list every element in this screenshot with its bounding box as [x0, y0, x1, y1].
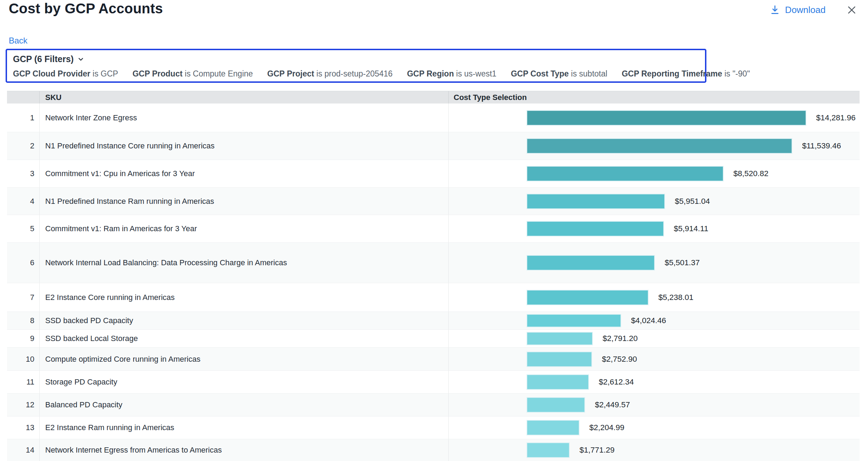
cost-bar[interactable]	[527, 332, 593, 345]
table-row[interactable]: 8SSD backed PD Capacity$4,024.46	[7, 312, 860, 329]
cost-chart-cell: $14,281.96	[448, 103, 860, 132]
filter-chip[interactable]: GCP Cost Type is subtotal	[511, 69, 607, 79]
title-actions: Download	[770, 4, 857, 16]
download-button[interactable]: Download	[770, 5, 826, 15]
sku-label: SSD backed PD Capacity	[39, 312, 448, 329]
cost-value: $5,951.04	[675, 197, 710, 206]
cost-chart-cell: $2,449.57	[448, 394, 860, 416]
table-row[interactable]: 13E2 Instance Ram running in Americas$2,…	[7, 416, 860, 439]
close-button[interactable]	[846, 4, 857, 16]
table-row[interactable]: 14Network Internet Egress from Americas …	[7, 439, 860, 461]
cost-bar[interactable]	[527, 194, 665, 209]
column-header-cost-type-selection[interactable]: Cost Type Selection	[448, 91, 860, 103]
cost-bar[interactable]	[527, 397, 585, 413]
cost-chart-cell: $2,204.99	[448, 416, 860, 439]
cost-value: $14,281.96	[816, 113, 856, 122]
table-row[interactable]: 6Network Internal Load Balancing: Data P…	[7, 242, 860, 283]
table-row[interactable]: 1Network Inter Zone Egress$14,281.96	[7, 103, 860, 132]
table-row[interactable]: 5Commitment v1: Ram in Americas for 3 Ye…	[7, 215, 860, 242]
sku-label: Network Inter Zone Egress	[39, 103, 448, 132]
row-rank: 10	[7, 348, 39, 370]
cost-bar[interactable]	[527, 221, 664, 236]
row-rank: 13	[7, 416, 39, 439]
table-row[interactable]: 12Balanced PD Capacity$2,449.57	[7, 393, 860, 416]
table-row[interactable]: 9SSD backed Local Storage$2,791.20	[7, 329, 860, 347]
cost-bar[interactable]	[527, 352, 592, 367]
cost-bar[interactable]	[527, 442, 570, 458]
sku-label: Storage PD Capacity	[39, 371, 448, 393]
cost-value: $2,612.34	[599, 378, 634, 387]
row-rank: 12	[7, 394, 39, 416]
cost-bar[interactable]	[527, 290, 649, 305]
filter-summary-dropdown[interactable]: GCP (6 Filters)	[13, 54, 84, 64]
row-rank: 3	[7, 160, 39, 187]
filter-chip[interactable]: GCP Product is Compute Engine	[133, 69, 253, 79]
cost-chart-cell: $5,951.04	[448, 188, 860, 215]
sku-label: Commitment v1: Cpu in Americas for 3 Yea…	[39, 160, 448, 187]
cost-chart-cell: $1,771.29	[448, 439, 860, 461]
table-row[interactable]: 3Commitment v1: Cpu in Americas for 3 Ye…	[7, 160, 860, 187]
row-rank: 7	[7, 283, 39, 312]
filter-chip[interactable]: GCP Project is prod-setup-205416	[267, 69, 393, 79]
row-rank: 4	[7, 188, 39, 215]
cost-table: SKU Cost Type Selection 1Network Inter Z…	[7, 91, 860, 461]
cost-value: $2,752.90	[602, 355, 637, 364]
sku-label: Compute optimized Core running in Americ…	[39, 348, 448, 370]
cost-chart-cell: $5,501.37	[448, 243, 860, 283]
filter-chip[interactable]: GCP Cloud Provider is GCP	[13, 69, 118, 79]
row-rank: 14	[7, 439, 39, 461]
sku-label: Network Internet Egress from Americas to…	[39, 439, 448, 461]
cost-bar[interactable]	[527, 255, 655, 270]
table-row[interactable]: 10Compute optimized Core running in Amer…	[7, 347, 860, 370]
column-header-sku[interactable]: SKU	[39, 91, 448, 103]
table-body: 1Network Inter Zone Egress$14,281.962N1 …	[7, 103, 860, 461]
cost-bar[interactable]	[527, 166, 724, 181]
page-title: Cost by GCP Accounts	[9, 1, 163, 16]
cost-chart-cell: $4,024.46	[448, 312, 860, 329]
cost-bar[interactable]	[527, 420, 579, 435]
download-icon	[770, 5, 780, 15]
cost-value: $4,024.46	[631, 316, 666, 325]
close-icon	[846, 4, 857, 16]
cost-value: $11,539.46	[802, 141, 841, 151]
sku-label: Balanced PD Capacity	[39, 394, 448, 416]
cost-value: $5,501.37	[665, 258, 700, 267]
filter-chip[interactable]: GCP Reporting Timeframe is "-90"	[622, 69, 750, 79]
cost-value: $5,238.01	[658, 293, 693, 302]
cost-chart-cell: $2,791.20	[448, 330, 860, 347]
cost-value: $2,449.57	[595, 400, 630, 409]
table-row[interactable]: 2N1 Predefined Instance Core running in …	[7, 132, 860, 160]
cost-value: $2,791.20	[603, 334, 638, 343]
table-row[interactable]: 7E2 Instance Core running in Americas$5,…	[7, 283, 860, 312]
cost-bar[interactable]	[527, 110, 806, 126]
sku-label: E2 Instance Core running in Americas	[39, 283, 448, 312]
sku-label: E2 Instance Ram running in Americas	[39, 416, 448, 439]
sku-label: Network Internal Load Balancing: Data Pr…	[39, 243, 448, 283]
back-link[interactable]: Back	[9, 36, 27, 46]
sku-label: N1 Predefined Instance Ram running in Am…	[39, 188, 448, 215]
cost-chart-cell: $8,520.82	[448, 160, 860, 187]
filter-chip[interactable]: GCP Region is us-west1	[407, 69, 496, 79]
sku-label: Commitment v1: Ram in Americas for 3 Yea…	[39, 215, 448, 242]
cost-bar[interactable]	[527, 138, 792, 154]
filter-list: GCP Cloud Provider is GCPGCP Product is …	[13, 69, 750, 79]
sku-label: N1 Predefined Instance Core running in A…	[39, 132, 448, 160]
row-rank: 9	[7, 330, 39, 347]
filter-panel: GCP (6 Filters) GCP Cloud Provider is GC…	[6, 49, 706, 83]
row-rank: 1	[7, 103, 39, 132]
table-row[interactable]: 4N1 Predefined Instance Ram running in A…	[7, 187, 860, 215]
download-label: Download	[785, 5, 826, 15]
cost-value: $2,204.99	[589, 423, 624, 432]
cost-value: $8,520.82	[733, 169, 768, 178]
cost-bar[interactable]	[527, 374, 589, 390]
cost-by-gcp-accounts-modal: Cost by GCP Accounts Download Back GCP (…	[0, 0, 868, 461]
sku-label: SSD backed Local Storage	[39, 330, 448, 347]
row-rank: 5	[7, 215, 39, 242]
chevron-down-icon	[77, 55, 84, 63]
cost-bar[interactable]	[527, 314, 621, 327]
row-rank: 2	[7, 132, 39, 160]
cost-chart-cell: $11,539.46	[448, 132, 860, 160]
table-row[interactable]: 11Storage PD Capacity$2,612.34	[7, 370, 860, 393]
row-rank: 11	[7, 371, 39, 393]
column-header-rank	[7, 91, 39, 103]
